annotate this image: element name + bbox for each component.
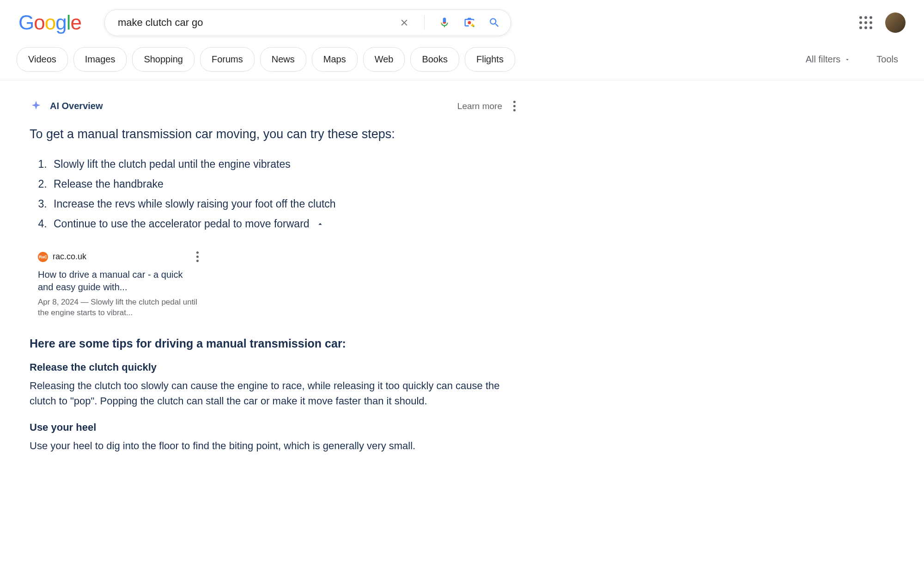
source-snippet: Apr 8, 2024 — Slowly lift the clutch ped… [38, 297, 201, 318]
more-options-icon[interactable] [511, 99, 517, 113]
search-box[interactable] [104, 9, 511, 36]
step-item: Continue to use the accelerator pedal to… [50, 215, 517, 233]
tools-button[interactable]: Tools [876, 54, 898, 65]
step-item: Release the handbrake [50, 175, 517, 193]
source-card[interactable]: RaC rac.co.uk How to drive a manual car … [30, 250, 201, 318]
chip-books[interactable]: Books [410, 47, 459, 72]
tip-body: Use your heel to dig into the floor to f… [30, 438, 515, 453]
search-icons [397, 15, 501, 30]
search-icon[interactable] [487, 16, 501, 30]
svg-point-0 [468, 21, 471, 24]
search-input[interactable] [118, 17, 397, 29]
clear-icon[interactable] [397, 16, 411, 30]
chip-news[interactable]: News [260, 47, 306, 72]
source-favicon: RaC [38, 252, 48, 262]
source-domain: rac.co.uk [53, 252, 86, 262]
chip-flights[interactable]: Flights [465, 47, 515, 72]
tip-title: Use your heel [30, 421, 517, 433]
google-logo[interactable]: Google [18, 11, 81, 34]
step-text: Continue to use the accelerator pedal to… [54, 215, 310, 233]
ai-header-right: Learn more [457, 99, 517, 113]
chip-shopping[interactable]: Shopping [132, 47, 195, 72]
avatar[interactable] [885, 12, 906, 33]
step-item: Slowly lift the clutch pedal until the e… [50, 155, 517, 173]
tip-body: Releasing the clutch too slowly can caus… [30, 378, 515, 409]
chip-web[interactable]: Web [363, 47, 405, 72]
chevron-up-icon[interactable] [316, 220, 324, 228]
sparkle-icon [30, 100, 43, 113]
tip-title: Release the clutch quickly [30, 361, 517, 373]
learn-more-link[interactable]: Learn more [457, 101, 502, 111]
chevron-down-icon [844, 56, 851, 63]
steps-list: Slowly lift the clutch pedal until the e… [30, 155, 517, 233]
ai-intro-text: To get a manual transmission car moving,… [30, 127, 517, 141]
ai-overview-header: AI Overview Learn more [30, 99, 517, 113]
chip-videos[interactable]: Videos [17, 47, 68, 72]
divider [424, 15, 425, 30]
tip-block: Release the clutch quickly Releasing the… [30, 361, 517, 409]
all-filters-label: All filters [806, 54, 841, 65]
chip-images[interactable]: Images [73, 47, 127, 72]
filters-row: Videos Images Shopping Forums News Maps … [0, 41, 924, 80]
step-item: Increase the revs while slowly raising y… [50, 195, 517, 213]
chip-maps[interactable]: Maps [312, 47, 358, 72]
source-title: How to drive a manual car - a quick and … [38, 269, 201, 293]
tips-heading: Here are some tips for driving a manual … [30, 337, 517, 350]
source-more-icon[interactable] [195, 250, 201, 264]
top-bar: Google [0, 0, 924, 41]
image-search-icon[interactable] [462, 16, 476, 30]
main-content: AI Overview Learn more To get a manual t… [0, 80, 517, 485]
all-filters-button[interactable]: All filters [806, 54, 851, 65]
ai-overview-title: AI Overview [50, 101, 103, 111]
top-right [859, 12, 906, 33]
source-header: RaC rac.co.uk [38, 250, 201, 264]
tip-block: Use your heel Use your heel to dig into … [30, 421, 517, 453]
filters-right: All filters Tools [806, 54, 898, 65]
voice-search-icon[interactable] [438, 16, 451, 30]
chip-forums[interactable]: Forums [200, 47, 255, 72]
apps-icon[interactable] [859, 16, 872, 29]
